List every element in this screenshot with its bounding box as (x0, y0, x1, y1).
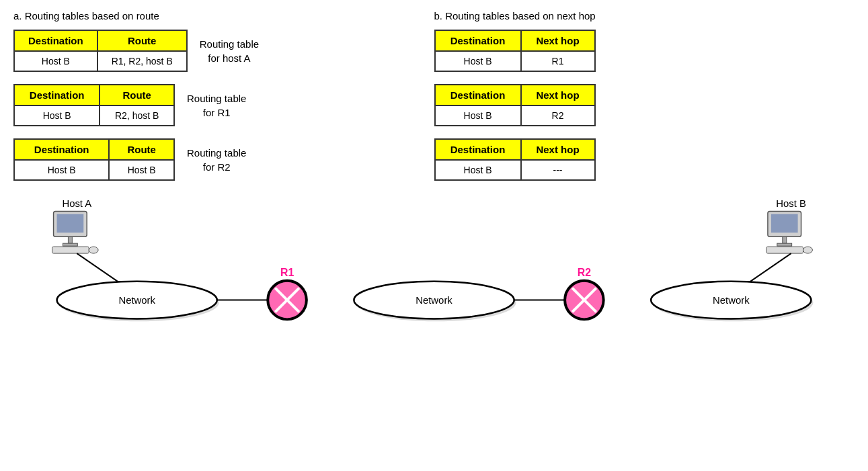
svg-rect-4 (52, 247, 89, 253)
table-a1: Destination Route Host B R1, R2, host B (13, 30, 188, 72)
table-b1: Destination Next hop Host B R1 (434, 30, 596, 72)
table-row-group-a3: Destination Route Host B Host B Routing … (13, 138, 434, 181)
cell-b1-nexthop: R1 (521, 51, 595, 71)
header-route-a2: Route (100, 85, 174, 105)
svg-rect-8 (783, 237, 787, 243)
table-row-group-a1: Destination Route Host B R1, R2, host B … (13, 30, 434, 72)
cell-a1-route: R1, R2, host B (97, 51, 187, 71)
header-route-a3: Route (109, 139, 174, 160)
table-b3: Destination Next hop Host B --- (434, 138, 596, 181)
table-a3: Destination Route Host B Host B (13, 138, 175, 181)
svg-rect-3 (63, 243, 77, 246)
header-destination-b1: Destination (435, 30, 521, 51)
main-container: a. Routing tables based on route Destina… (0, 0, 868, 471)
section-b: b. Routing tables based on next hop Dest… (434, 7, 855, 181)
header-destination-b3: Destination (435, 139, 521, 160)
section-a: a. Routing tables based on route Destina… (13, 7, 434, 181)
header-nexthop-b1: Next hop (521, 30, 595, 51)
svg-text:Network: Network (713, 295, 750, 306)
table-row-group-b3: Destination Next hop Host B --- (434, 138, 855, 181)
host-b-label: Host B (776, 198, 806, 209)
r2-label: R2 (578, 267, 591, 278)
header-destination-a1: Destination (14, 30, 97, 51)
svg-point-5 (89, 247, 98, 253)
header-nexthop-b3: Next hop (521, 139, 595, 160)
table-a2: Destination Route Host B R2, host B (13, 84, 175, 126)
cell-b2-nexthop: R2 (521, 105, 595, 126)
table-row-group-b1: Destination Next hop Host B R1 (434, 30, 855, 72)
cell-b1-dest: Host B (435, 51, 521, 71)
header-destination-a3: Destination (14, 139, 109, 160)
label-a3: Routing tablefor R2 (187, 146, 246, 174)
cell-a3-dest: Host B (14, 160, 109, 180)
header-destination-b2: Destination (435, 85, 521, 105)
table-row-group-b2: Destination Next hop Host B R2 (434, 84, 855, 126)
svg-rect-2 (68, 237, 72, 243)
svg-rect-9 (777, 243, 792, 246)
cell-a2-dest: Host B (14, 105, 100, 126)
table-b2: Destination Next hop Host B R2 (434, 84, 596, 126)
table-row-group-a2: Destination Route Host B R2, host B Rout… (13, 84, 434, 126)
svg-text:Network: Network (416, 295, 452, 306)
network-diagram: Host A Host B (13, 194, 855, 329)
svg-rect-1 (57, 214, 84, 233)
section-b-tables: Destination Next hop Host B R1 (434, 30, 855, 181)
header-destination-a2: Destination (14, 85, 100, 105)
cell-b3-dest: Host B (435, 160, 521, 180)
section-a-title: a. Routing tables based on route (13, 10, 434, 22)
cell-a3-route: Host B (109, 160, 174, 180)
cell-b2-dest: Host B (435, 105, 521, 126)
section-a-tables: Destination Route Host B R1, R2, host B … (13, 30, 434, 181)
label-a2: Routing tablefor R1 (187, 91, 246, 120)
cell-a1-dest: Host B (14, 51, 97, 71)
top-row: a. Routing tables based on route Destina… (13, 7, 855, 181)
r1-label: R1 (280, 267, 294, 278)
svg-point-11 (803, 247, 813, 253)
svg-text:Network: Network (118, 295, 155, 306)
section-b-title: b. Routing tables based on next hop (434, 10, 855, 22)
cell-a2-route: R2, host B (100, 105, 174, 126)
host-a-label: Host A (62, 198, 91, 209)
cell-b3-nexthop: --- (521, 160, 595, 180)
svg-rect-7 (771, 214, 798, 233)
header-nexthop-b2: Next hop (521, 85, 595, 105)
svg-rect-10 (766, 247, 803, 253)
header-route-a1: Route (97, 30, 187, 51)
label-a1: Routing tablefor host A (200, 37, 259, 65)
diagram-svg: Host A Host B (13, 194, 855, 329)
